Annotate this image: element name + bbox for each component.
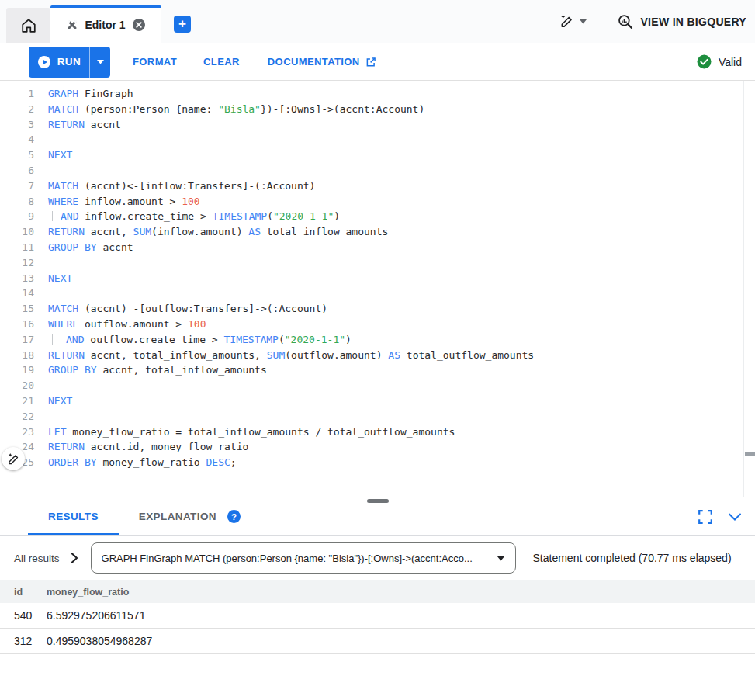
code-line[interactable]: 21NEXT (0, 393, 755, 409)
line-number: 6 (0, 163, 34, 178)
code-line[interactable]: 14 (0, 286, 755, 301)
statement-select-value: GRAPH FinGraph MATCH (person:Person {nam… (102, 553, 473, 564)
code-token: accnt, (85, 226, 133, 237)
help-icon[interactable]: ? (227, 510, 241, 523)
home-tab[interactable] (6, 8, 50, 43)
run-button[interactable]: RUN (29, 47, 89, 78)
close-tab-icon[interactable] (132, 18, 146, 32)
clear-button[interactable]: CLEAR (203, 56, 240, 68)
assist-pencil-icon (7, 452, 20, 466)
code-line[interactable]: 1GRAPH FinGraph (0, 86, 755, 102)
code-token: (accnt) -[outflow:Transfers]->(:Account) (78, 303, 327, 314)
table-row: 5406.592975206611571 (0, 603, 755, 629)
code-token (52, 334, 53, 345)
line-number: 18 (0, 348, 34, 363)
line-number: 7 (0, 178, 34, 194)
results-table-header: idmoney_flow_ratio (0, 580, 755, 603)
collapse-panel-chevron-down-icon[interactable] (728, 512, 742, 522)
validation-status: Valid (697, 54, 755, 69)
code-token: NEXT (48, 395, 72, 407)
code-text: GRAPH FinGraph (34, 88, 133, 99)
assist-pencil-button[interactable] (2, 447, 25, 470)
line-number: 14 (0, 286, 34, 301)
documentation-link[interactable]: DOCUMENTATION (268, 56, 376, 68)
all-results-label: All results (14, 553, 60, 564)
code-line[interactable]: 17AND outflow.create_time > TIMESTAMP("2… (0, 332, 755, 348)
code-token: "Bisla" (218, 103, 261, 115)
format-button[interactable]: FORMAT (133, 56, 177, 68)
code-token: AS (388, 349, 400, 361)
code-token: AS (248, 226, 261, 237)
code-editor[interactable]: 1GRAPH FinGraph2MATCH (person:Person {na… (0, 81, 755, 497)
code-text (34, 165, 48, 176)
code-line[interactable]: 3RETURN accnt (0, 117, 755, 133)
code-token: MATCH (48, 303, 78, 314)
line-number: 3 (0, 117, 34, 133)
query-selector-row: All results GRAPH FinGraph MATCH (person… (0, 536, 755, 580)
tab-results[interactable]: RESULTS (28, 497, 119, 535)
code-line[interactable]: 12 (0, 255, 755, 271)
table-cell: 540 (0, 609, 47, 622)
line-number: 11 (0, 240, 34, 255)
run-split-button: RUN (29, 47, 110, 78)
code-token: (inflow.amount) (151, 226, 248, 237)
editor-scrollbar[interactable] (743, 81, 755, 497)
code-line[interactable]: 23LET money_flow_ratio = total_inflow_am… (0, 425, 755, 440)
add-tab-button[interactable]: + (174, 16, 191, 33)
code-line[interactable]: 15MATCH (accnt) -[outflow:Transfers]->(:… (0, 301, 755, 317)
code-token: ( (267, 210, 273, 222)
code-line[interactable]: 11GROUP BY accnt (0, 240, 755, 255)
code-token: RETURN (48, 349, 85, 361)
code-line[interactable]: 7MATCH (accnt)<-[inflow:Transfers]-(:Acc… (0, 178, 755, 194)
check-circle-icon (697, 54, 712, 69)
view-in-bigquery-button[interactable]: VIEW IN BIGQUERY (618, 14, 746, 29)
code-line[interactable]: 18RETURN accnt, total_inflow_amounts, SU… (0, 348, 755, 363)
code-token: GROUP BY (48, 241, 97, 253)
code-line[interactable]: 9AND inflow.create_time > TIMESTAMP("202… (0, 209, 755, 224)
code-token: AND (61, 210, 78, 222)
fullscreen-icon[interactable] (698, 509, 713, 525)
code-line[interactable]: 8WHERE inflow.amount > 100 (0, 194, 755, 210)
code-line[interactable]: 13NEXT (0, 271, 755, 286)
line-number: 10 (0, 224, 34, 240)
magic-pen-menu-button[interactable] (555, 9, 591, 33)
code-line[interactable]: 4 (0, 132, 755, 147)
code-line[interactable]: 6 (0, 163, 755, 178)
code-line[interactable]: 24RETURN accnt.id, money_flow_ratio (0, 439, 755, 455)
statement-select[interactable]: GRAPH FinGraph MATCH (person:Person {nam… (91, 542, 516, 574)
code-line[interactable]: 20 (0, 378, 755, 393)
tab-editor-1[interactable]: Editor 1 (50, 5, 161, 43)
code-token: FinGraph (78, 88, 133, 99)
chevron-right-icon[interactable] (69, 552, 80, 564)
results-panel: RESULTS EXPLANATION ? All results GRAPH … (0, 497, 755, 654)
panel-resize-handle[interactable] (367, 499, 389, 503)
code-text (34, 379, 48, 391)
code-line[interactable]: 25ORDER BY money_flow_ratio DESC; (0, 455, 755, 470)
code-token: money_flow_ratio = total_inflow_amounts … (66, 426, 455, 438)
table-row: 3120.4959038054968287 (0, 629, 755, 654)
code-line[interactable]: 2MATCH (person:Person {name: "Bisla"})-[… (0, 102, 755, 117)
code-token: SUM (267, 349, 285, 361)
valid-label: Valid (719, 56, 742, 68)
bigquery-search-icon (618, 14, 633, 29)
code-text: WHERE inflow.amount > 100 (34, 196, 200, 207)
editor-scrollbar-thumb[interactable] (745, 452, 755, 456)
run-options-button[interactable] (89, 47, 110, 78)
code-line[interactable]: 5NEXT (0, 147, 755, 163)
statement-status: Statement completed (70.77 ms elapsed) (533, 552, 732, 564)
code-token: ( (279, 334, 285, 345)
code-token: accnt, total_inflow_amounts, (85, 349, 267, 361)
code-token: WHERE (48, 318, 78, 330)
tab-explanation[interactable]: EXPLANATION (119, 497, 227, 535)
results-tabs-row: RESULTS EXPLANATION ? (0, 497, 755, 536)
code-line[interactable]: 19GROUP BY accnt, total_inflow_amounts (0, 362, 755, 378)
code-token: TIMESTAMP (224, 334, 279, 345)
line-number: 13 (0, 271, 34, 286)
code-token: MATCH (48, 103, 78, 115)
table-cell: 6.592975206611571 (47, 609, 755, 622)
strip-actions: VIEW IN BIGQUERY (555, 0, 755, 43)
code-lines[interactable]: 1GRAPH FinGraph2MATCH (person:Person {na… (0, 81, 755, 470)
code-line[interactable]: 22 (0, 409, 755, 425)
code-line[interactable]: 10RETURN accnt, SUM(inflow.amount) AS to… (0, 224, 755, 240)
code-line[interactable]: 16WHERE outflow.amount > 100 (0, 317, 755, 332)
